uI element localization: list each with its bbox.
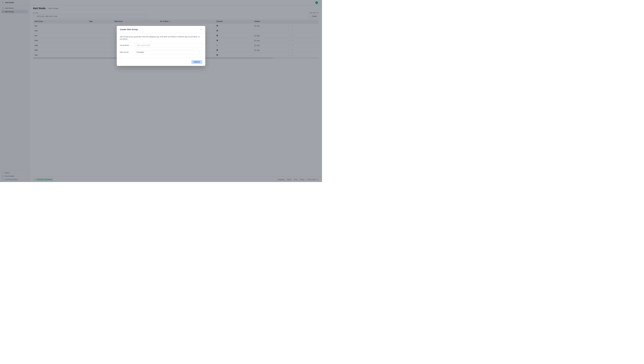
modal-create-button[interactable]: CREATE: [191, 60, 202, 64]
data-source-value: Production: [137, 51, 144, 53]
chevron-down-icon: [199, 51, 200, 53]
data-source-label: Data Source: [120, 51, 132, 53]
close-icon[interactable]: [200, 28, 202, 30]
modal-overlay[interactable]: Create Alert Group Alert Groups let you …: [0, 0, 322, 182]
group-name-label: Group Name: [120, 44, 132, 46]
modal-description: Alert Groups let you group alert rules i…: [120, 36, 202, 40]
modal-title: Create Alert Group: [120, 28, 138, 30]
data-source-select[interactable]: Production: [135, 50, 202, 54]
group-name-input[interactable]: [135, 43, 202, 48]
create-alert-group-modal: Create Alert Group Alert Groups let you …: [117, 26, 205, 66]
